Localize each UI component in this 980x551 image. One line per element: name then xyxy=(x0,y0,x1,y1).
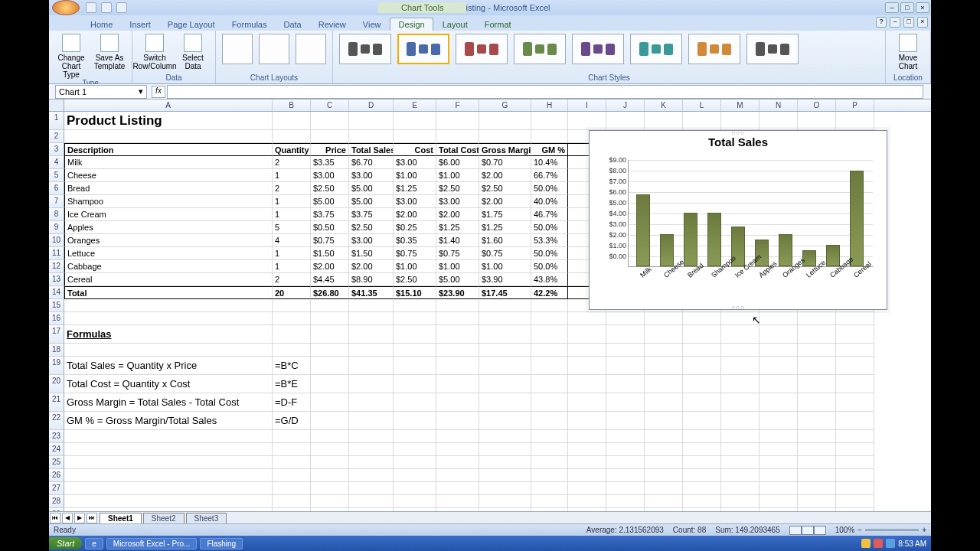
cell[interactable] xyxy=(311,456,349,469)
cell[interactable]: 43.8% xyxy=(531,273,568,286)
cell[interactable] xyxy=(836,357,874,375)
tab-layout[interactable]: Layout xyxy=(435,18,475,31)
cell[interactable] xyxy=(836,375,874,393)
tab-view[interactable]: View xyxy=(355,18,389,31)
tab-format[interactable]: Format xyxy=(477,18,519,31)
cell[interactable] xyxy=(479,357,531,375)
cell[interactable] xyxy=(760,412,798,430)
qat-save-icon[interactable] xyxy=(86,2,96,13)
chart-style-1[interactable] xyxy=(339,34,391,64)
cell[interactable] xyxy=(394,325,436,344)
cell[interactable] xyxy=(531,456,568,469)
cell[interactable] xyxy=(645,325,683,344)
cell[interactable] xyxy=(64,469,273,482)
cell[interactable] xyxy=(683,112,721,130)
cell[interactable] xyxy=(606,312,645,325)
cell[interactable] xyxy=(349,130,394,143)
cell[interactable]: $2.50 xyxy=(436,182,479,195)
cell[interactable] xyxy=(760,469,798,482)
cell[interactable] xyxy=(479,112,531,130)
cell[interactable]: $3.00 xyxy=(436,195,479,208)
cell[interactable] xyxy=(349,357,394,375)
cell[interactable] xyxy=(645,508,683,511)
cell[interactable] xyxy=(645,456,683,469)
chart-bar-oranges[interactable] xyxy=(779,234,792,266)
cell[interactable] xyxy=(479,443,531,456)
row-head-20[interactable]: 20 xyxy=(49,375,64,393)
name-box[interactable]: Chart 1▾ xyxy=(55,85,147,99)
cell[interactable] xyxy=(606,112,645,130)
cell[interactable] xyxy=(436,312,479,325)
cell[interactable] xyxy=(645,482,683,495)
cell[interactable] xyxy=(273,312,311,325)
cell[interactable]: Bread xyxy=(64,182,273,195)
cell[interactable] xyxy=(568,393,606,412)
col-head-K[interactable]: K xyxy=(645,99,683,111)
cell[interactable] xyxy=(798,495,836,508)
tray-icon[interactable] xyxy=(886,539,895,548)
cell[interactable] xyxy=(436,357,479,375)
cell[interactable]: $26.80 xyxy=(311,286,349,299)
cell[interactable] xyxy=(683,469,721,482)
cell[interactable]: Shampoo xyxy=(64,195,273,208)
cell[interactable] xyxy=(436,495,479,508)
cell[interactable] xyxy=(64,482,273,495)
row-head-14[interactable]: 14 xyxy=(49,286,64,299)
cell[interactable] xyxy=(311,482,349,495)
cell[interactable]: 2 xyxy=(273,273,311,286)
cell[interactable] xyxy=(64,443,273,456)
cell[interactable] xyxy=(606,495,645,508)
row-head-12[interactable]: 12 xyxy=(49,260,64,273)
cell[interactable] xyxy=(531,443,568,456)
cell[interactable] xyxy=(273,299,311,312)
cell[interactable]: Cost xyxy=(394,143,436,156)
cell[interactable]: $2.00 xyxy=(311,260,349,273)
cell[interactable]: Cabbage xyxy=(64,260,273,273)
cell[interactable]: 1 xyxy=(273,247,311,260)
cell[interactable]: $0.50 xyxy=(311,221,349,234)
cell[interactable] xyxy=(721,456,760,469)
col-head-I[interactable]: I xyxy=(568,99,606,111)
view-layout-icon[interactable] xyxy=(802,526,814,535)
cell[interactable] xyxy=(606,456,645,469)
cell[interactable]: 1 xyxy=(273,208,311,221)
cell[interactable]: 10.4% xyxy=(531,156,568,169)
cell[interactable]: $5.00 xyxy=(349,195,394,208)
cell[interactable] xyxy=(798,357,836,375)
cell[interactable] xyxy=(436,325,479,344)
cell[interactable] xyxy=(760,325,798,344)
col-head-J[interactable]: J xyxy=(606,99,645,111)
cell[interactable] xyxy=(836,482,874,495)
cell[interactable]: $1.00 xyxy=(436,169,479,182)
row-head-5[interactable]: 5 xyxy=(49,169,64,182)
cell[interactable] xyxy=(349,393,394,412)
cell[interactable] xyxy=(531,508,568,511)
cell[interactable] xyxy=(531,344,568,357)
row-head-19[interactable]: 19 xyxy=(49,357,64,375)
cell[interactable]: $3.35 xyxy=(311,156,349,169)
cell[interactable] xyxy=(436,112,479,130)
cell[interactable]: $1.25 xyxy=(436,221,479,234)
cell[interactable] xyxy=(64,495,273,508)
col-head-L[interactable]: L xyxy=(683,99,721,111)
cell[interactable] xyxy=(568,325,606,344)
sheet-tab-sheet1[interactable]: Sheet1 xyxy=(100,513,142,523)
col-head-E[interactable]: E xyxy=(394,99,436,111)
cell[interactable] xyxy=(436,412,479,430)
maximize-button[interactable]: □ xyxy=(900,2,914,13)
help-icon[interactable]: ? xyxy=(876,17,887,28)
cell[interactable] xyxy=(311,393,349,412)
cell[interactable] xyxy=(394,344,436,357)
close-button[interactable]: × xyxy=(916,2,929,13)
cell[interactable] xyxy=(394,469,436,482)
col-head-B[interactable]: B xyxy=(273,99,311,111)
tray-icon[interactable] xyxy=(874,539,883,548)
cell[interactable] xyxy=(760,456,798,469)
cell[interactable] xyxy=(568,112,606,130)
cell[interactable]: $6.00 xyxy=(436,156,479,169)
cell[interactable]: 50.0% xyxy=(531,247,568,260)
cell[interactable] xyxy=(836,443,874,456)
cell[interactable]: $17.45 xyxy=(479,286,531,299)
cell[interactable] xyxy=(798,412,836,430)
cell[interactable] xyxy=(721,412,760,430)
